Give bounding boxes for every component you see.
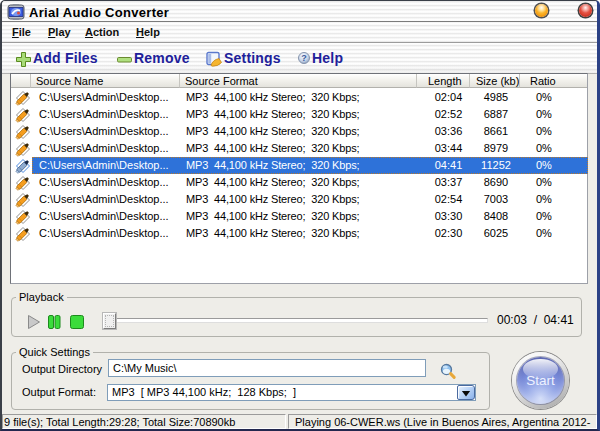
svg-text:?: ? [301, 53, 307, 63]
